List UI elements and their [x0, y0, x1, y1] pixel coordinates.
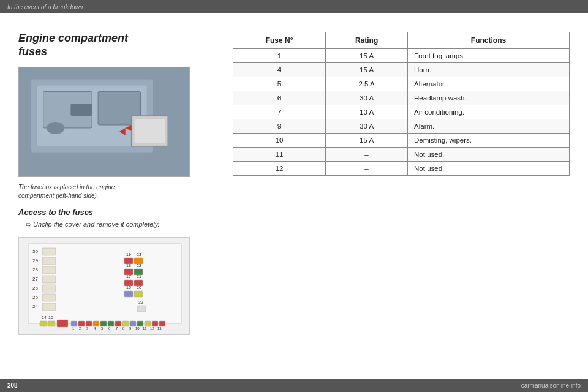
page-number: 208 [7, 382, 18, 389]
left-column: Engine compartment fuses [18, 32, 214, 386]
svg-rect-56 [115, 321, 121, 326]
svg-text:32: 32 [138, 300, 143, 304]
fuse-diagram: 30 29 28 27 26 25 24 19 [18, 237, 190, 335]
svg-text:26: 26 [32, 285, 38, 291]
svg-text:10: 10 [135, 326, 140, 330]
svg-rect-24 [42, 285, 56, 292]
svg-text:16: 16 [126, 285, 131, 290]
cell-rating: 10 A [326, 105, 408, 119]
cell-fuse-number: 6 [233, 91, 326, 105]
table-row: 630 AHeadlamp wash. [233, 91, 570, 105]
cell-fuse-number: 9 [233, 119, 326, 134]
svg-rect-12 [28, 244, 181, 323]
svg-text:22: 22 [137, 263, 141, 268]
svg-rect-52 [86, 321, 92, 326]
svg-text:20: 20 [137, 285, 141, 290]
svg-text:17: 17 [126, 274, 131, 279]
cell-rating: 30 A [326, 91, 408, 105]
cell-rating: 15 A [326, 49, 408, 63]
cell-rating: 15 A [326, 63, 408, 77]
svg-text:21: 21 [137, 274, 141, 279]
col-header-fuse: Fuse N° [233, 32, 326, 49]
cell-rating: 2.5 A [326, 77, 408, 91]
svg-rect-53 [93, 321, 99, 326]
table-row: 415 AHorn. [233, 63, 570, 77]
svg-rect-50 [71, 321, 77, 326]
table-row: 11–Not used. [233, 148, 570, 162]
cell-fuse-number: 7 [233, 105, 326, 119]
svg-rect-49 [57, 320, 68, 327]
access-instruction: Unclip the cover and remove it completel… [26, 221, 214, 228]
svg-rect-59 [137, 321, 143, 326]
svg-rect-54 [100, 321, 107, 326]
cell-fuse-number: 4 [233, 63, 326, 77]
svg-rect-55 [108, 321, 114, 326]
svg-rect-20 [42, 248, 56, 255]
cell-rating: 30 A [326, 119, 408, 134]
engine-image-inner [19, 67, 189, 176]
table-header-row: Fuse N° Rating Functions [233, 32, 570, 49]
svg-text:23: 23 [137, 252, 141, 257]
svg-rect-51 [78, 321, 85, 326]
table-row: 12–Not used. [233, 162, 570, 176]
access-title: Access to the fuses [18, 208, 214, 217]
cell-function: Alternator. [408, 77, 570, 91]
col-header-rating: Rating [326, 32, 408, 49]
engine-svg [19, 67, 189, 177]
top-bar-text: In the event of a breakdown [7, 4, 83, 10]
cell-function: Alarm. [408, 119, 570, 134]
fuse-diagram-svg: 30 29 28 27 26 25 24 19 [19, 238, 190, 335]
svg-rect-48 [48, 321, 55, 326]
svg-text:13: 13 [157, 326, 162, 330]
bottom-bar: 208 carmanualsonline.info [0, 379, 588, 392]
svg-rect-47 [40, 321, 47, 326]
cell-function: Air conditioning. [408, 105, 570, 119]
svg-text:24: 24 [32, 304, 38, 309]
svg-text:14: 14 [42, 315, 47, 320]
fuse-table: Fuse N° Rating Functions 115 AFront fog … [233, 32, 570, 176]
svg-rect-8 [135, 119, 165, 143]
svg-text:18: 18 [126, 263, 131, 268]
svg-text:15: 15 [48, 315, 53, 320]
col-header-functions: Functions [408, 32, 570, 49]
table-row: 710 AAir conditioning. [233, 105, 570, 119]
svg-text:28: 28 [32, 267, 38, 273]
website-text: carmanualsonline.info [521, 382, 581, 389]
svg-rect-60 [145, 321, 151, 326]
svg-rect-41 [124, 291, 133, 297]
svg-text:27: 27 [32, 276, 38, 282]
main-content: Engine compartment fuses [0, 13, 588, 392]
svg-text:29: 29 [32, 258, 38, 263]
svg-rect-44 [137, 306, 146, 312]
svg-rect-6 [70, 104, 92, 116]
svg-point-5 [47, 122, 65, 134]
svg-rect-62 [159, 321, 165, 326]
svg-text:11: 11 [143, 326, 147, 330]
svg-text:19: 19 [126, 252, 131, 257]
right-column: Fuse N° Rating Functions 115 AFront fog … [233, 32, 570, 386]
svg-text:30: 30 [32, 249, 38, 254]
table-row: 1015 ADemisting, wipers. [233, 134, 570, 148]
svg-rect-61 [152, 321, 158, 326]
cell-function: Not used. [408, 148, 570, 162]
fuse-diagram-inner: 30 29 28 27 26 25 24 19 [19, 238, 189, 334]
cell-function: Demisting, wipers. [408, 134, 570, 148]
svg-text:25: 25 [32, 295, 38, 300]
svg-rect-21 [42, 257, 56, 265]
cell-function: Horn. [408, 63, 570, 77]
svg-rect-58 [130, 321, 136, 326]
svg-rect-23 [42, 276, 56, 283]
cell-fuse-number: 1 [233, 49, 326, 63]
cell-rating: – [326, 148, 408, 162]
svg-rect-57 [123, 321, 129, 326]
svg-rect-22 [42, 266, 56, 274]
cell-fuse-number: 11 [233, 148, 326, 162]
cell-fuse-number: 10 [233, 134, 326, 148]
image-caption: The fusebox is placed in the engine comp… [18, 183, 214, 200]
section-title: Engine compartment fuses [18, 32, 214, 58]
cell-rating: 15 A [326, 134, 408, 148]
svg-rect-25 [42, 294, 56, 301]
svg-rect-26 [42, 303, 56, 311]
table-row: 930 AAlarm. [233, 119, 570, 134]
svg-text:12: 12 [150, 326, 154, 330]
